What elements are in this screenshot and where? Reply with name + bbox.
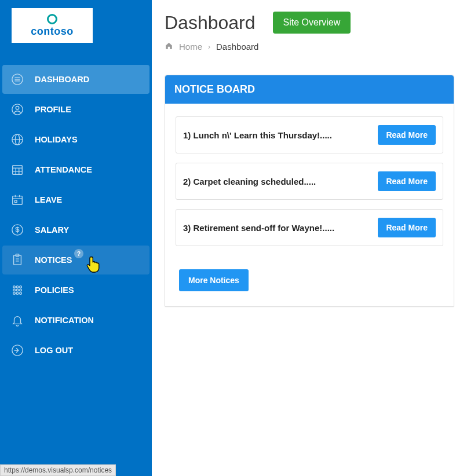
main-content: Dashboard Site Overview Home › Dashboard…: [152, 0, 467, 476]
sidebar-item-label: ATTENDANCE: [35, 165, 92, 174]
sidebar-item-policies[interactable]: POLICIES: [2, 276, 149, 305]
page-title: Dashboard: [165, 12, 256, 34]
svg-point-31: [16, 292, 19, 295]
sidebar-item-notification[interactable]: NOTIFICATION: [2, 306, 149, 335]
notice-row: 3) Retirement send-off for Wayne!..... R…: [176, 209, 443, 246]
sidebar: contoso DASHBOARD PROFILE HOLIDAYS: [0, 0, 152, 476]
site-overview-button[interactable]: Site Overview: [273, 12, 351, 34]
svg-point-5: [16, 107, 19, 110]
breadcrumb: Home › Dashboard: [165, 42, 454, 52]
sidebar-item-holidays[interactable]: HOLIDAYS: [2, 125, 149, 154]
notice-row: 1) Lunch n\' Learn this Thursday!..... R…: [176, 116, 443, 153]
sidebar-item-label: DASHBOARD: [35, 75, 89, 84]
svg-point-26: [20, 286, 22, 288]
sidebar-item-profile[interactable]: PROFILE: [2, 95, 149, 124]
svg-point-32: [20, 292, 22, 295]
sidebar-item-dashboard[interactable]: DASHBOARD: [2, 65, 149, 94]
logout-icon: [10, 343, 24, 357]
breadcrumb-home[interactable]: Home: [179, 42, 202, 52]
sidebar-item-label: LEAVE: [35, 195, 62, 204]
dollar-icon: [10, 223, 24, 237]
read-more-button[interactable]: Read More: [378, 218, 436, 237]
sidebar-item-label: SALARY: [35, 225, 69, 235]
nav-list: DASHBOARD PROFILE HOLIDAYS ATTENDANCE LE: [0, 53, 152, 366]
calendar-grid-icon: [10, 163, 24, 177]
page-header: Dashboard Site Overview: [165, 12, 454, 34]
home-icon: [165, 42, 173, 52]
sidebar-item-attendance[interactable]: ATTENDANCE: [2, 155, 149, 184]
status-bar-url: https://demos.visualsp.com/notices: [0, 464, 116, 476]
sidebar-item-label: NOTIFICATION: [35, 316, 94, 325]
notice-text: 2) Carpet cleaning scheduled.....: [183, 177, 316, 186]
sidebar-item-label: HOLIDAYS: [35, 135, 78, 144]
svg-point-27: [13, 289, 16, 291]
notice-text: 1) Lunch n\' Learn this Thursday!.....: [183, 130, 332, 140]
card-body: 1) Lunch n\' Learn this Thursday!..... R…: [165, 104, 454, 306]
svg-rect-9: [13, 166, 23, 175]
svg-point-28: [16, 289, 19, 291]
svg-point-29: [20, 289, 22, 291]
clipboard-icon: [10, 253, 24, 267]
card-title: NOTICE BOARD: [165, 75, 454, 104]
svg-point-25: [16, 286, 19, 288]
logo-area: contoso: [0, 0, 152, 53]
chevron-right-icon: ›: [208, 43, 210, 51]
help-badge-icon[interactable]: ?: [74, 249, 83, 258]
grid-icon: [10, 283, 24, 297]
read-more-button[interactable]: Read More: [378, 171, 436, 191]
sidebar-item-label: PROFILE: [35, 105, 71, 114]
list-icon: [10, 72, 24, 86]
sidebar-item-logout[interactable]: LOG OUT: [2, 336, 149, 365]
sidebar-item-notices[interactable]: NOTICES ?: [2, 246, 149, 274]
calendar-icon: [10, 193, 24, 207]
sidebar-item-leave[interactable]: LEAVE: [2, 185, 149, 214]
sidebar-item-label: POLICIES: [35, 285, 74, 295]
logo-mark-icon: [47, 14, 57, 24]
more-notices-button[interactable]: More Notices: [179, 269, 249, 291]
svg-rect-14: [13, 196, 23, 205]
read-more-button[interactable]: Read More: [378, 125, 436, 145]
brand-logo[interactable]: contoso: [12, 8, 93, 43]
user-icon: [10, 102, 24, 116]
svg-point-30: [13, 292, 16, 295]
breadcrumb-current: Dashboard: [216, 42, 258, 52]
brand-name: contoso: [31, 25, 74, 38]
notice-board-card: NOTICE BOARD 1) Lunch n\' Learn this Thu…: [165, 75, 454, 307]
bell-icon: [10, 313, 24, 327]
svg-rect-18: [14, 200, 17, 203]
svg-point-24: [13, 286, 16, 288]
sidebar-item-salary[interactable]: SALARY: [2, 215, 149, 244]
notice-text: 3) Retirement send-off for Wayne!.....: [183, 223, 334, 233]
sidebar-item-label: NOTICES: [35, 255, 72, 265]
sidebar-item-label: LOG OUT: [35, 346, 73, 355]
globe-icon: [10, 133, 24, 147]
notice-row: 2) Carpet cleaning scheduled..... Read M…: [176, 163, 443, 200]
